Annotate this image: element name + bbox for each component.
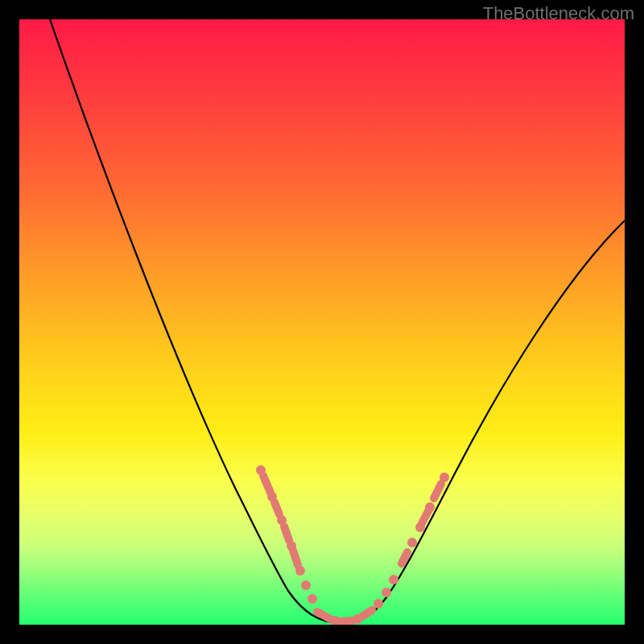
svg-point-9 bbox=[301, 580, 311, 590]
svg-line-22 bbox=[422, 510, 429, 523]
svg-line-24 bbox=[434, 484, 441, 498]
chart-frame: TheBottleneck.com bbox=[0, 0, 644, 644]
svg-point-8 bbox=[295, 566, 305, 576]
svg-point-10 bbox=[308, 594, 317, 604]
curve-svg bbox=[19, 19, 625, 625]
svg-point-17 bbox=[382, 588, 391, 597]
svg-line-7 bbox=[293, 551, 298, 565]
svg-line-5 bbox=[284, 526, 289, 540]
svg-point-18 bbox=[389, 575, 398, 584]
svg-point-16 bbox=[374, 599, 383, 609]
svg-line-13 bbox=[338, 621, 353, 621]
svg-line-1 bbox=[263, 476, 270, 493]
bottleneck-curve bbox=[50, 19, 625, 623]
svg-line-19 bbox=[402, 552, 407, 564]
right-branch-highlight bbox=[374, 473, 449, 609]
svg-point-23 bbox=[425, 502, 435, 512]
svg-line-15 bbox=[361, 610, 372, 617]
svg-point-25 bbox=[440, 473, 449, 482]
plot-area bbox=[19, 19, 625, 625]
left-branch-highlight bbox=[256, 465, 317, 604]
svg-point-20 bbox=[407, 538, 417, 547]
valley-highlight bbox=[317, 610, 372, 625]
svg-line-3 bbox=[275, 502, 279, 514]
